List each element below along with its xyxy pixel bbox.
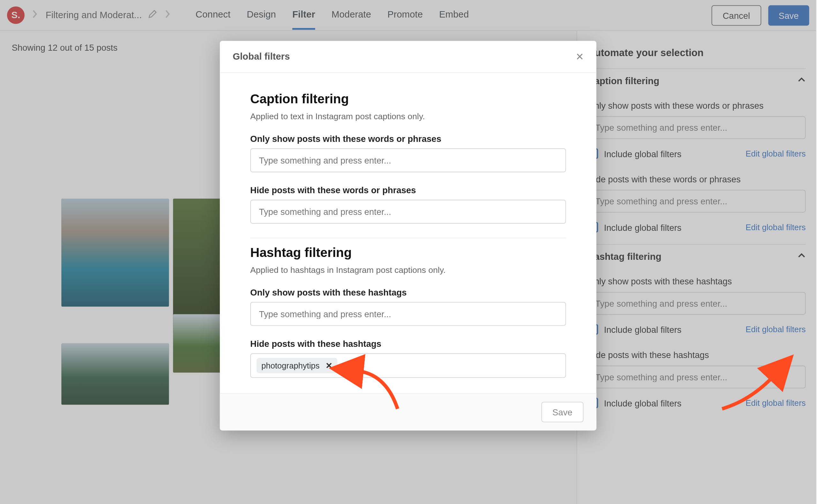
- modal-save-button[interactable]: Save: [541, 402, 583, 422]
- modal-caption-header: Caption filtering: [250, 92, 566, 107]
- annotation-arrow: [719, 368, 784, 417]
- modal-hashtag-desc: Applied to hashtags in Instagram post ca…: [250, 265, 566, 274]
- close-icon[interactable]: ×: [576, 49, 584, 64]
- modal-hashtag-hide-input[interactable]: photographytips ✕: [250, 353, 566, 378]
- modal-hashtag-only-input[interactable]: [250, 302, 566, 326]
- modal-hashtag-header: Hashtag filtering: [250, 245, 566, 260]
- modal-caption-hide-input[interactable]: [250, 200, 566, 224]
- hashtag-chip-label: photographytips: [261, 361, 320, 370]
- app-root: S. Filtering and Moderat... Connect Desi…: [0, 0, 816, 504]
- modal-hashtag-hide-label: Hide posts with these hashtags: [250, 339, 566, 349]
- modal-caption-desc: Applied to text in Instagram post captio…: [250, 112, 566, 121]
- modal-hashtag-only-label: Only show posts with these hashtags: [250, 287, 566, 297]
- remove-chip-icon[interactable]: ✕: [326, 361, 333, 370]
- global-filters-modal: Global filters × Caption filtering Appli…: [220, 41, 596, 430]
- modal-caption-only-input[interactable]: [250, 148, 566, 172]
- hashtag-chip: photographytips ✕: [257, 358, 337, 373]
- modal-caption-hide-label: Hide posts with these words or phrases: [250, 185, 566, 195]
- modal-title: Global filters: [233, 51, 290, 62]
- modal-caption-only-label: Only show posts with these words or phra…: [250, 134, 566, 144]
- modal-overlay[interactable]: Global filters × Caption filtering Appli…: [0, 0, 816, 504]
